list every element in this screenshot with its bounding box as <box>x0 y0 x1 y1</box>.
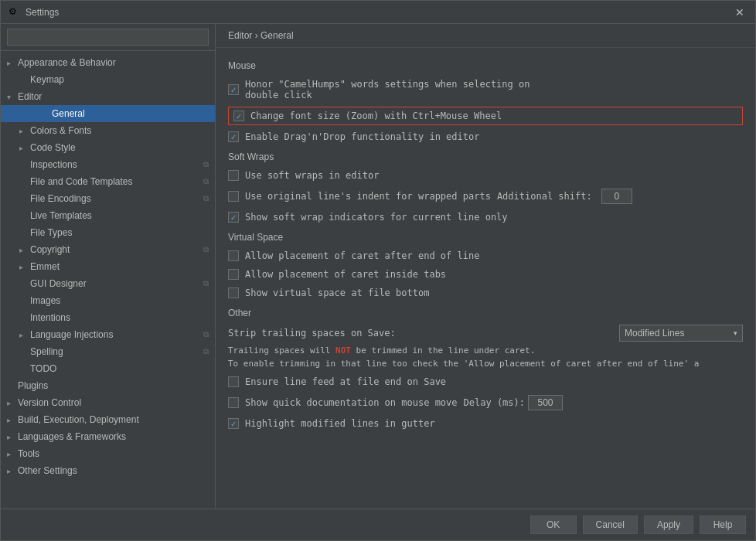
arrow-icon <box>19 127 27 135</box>
copy-icon: ⧉ <box>203 279 209 288</box>
delay-input[interactable] <box>528 395 563 410</box>
sidebar-item-copyright[interactable]: Copyright ⧉ <box>1 241 215 258</box>
sidebar-item-appearance[interactable]: Appearance & Behavior <box>1 54 215 71</box>
setting-text-use-soft-wraps: Use soft wraps in editor <box>245 170 379 181</box>
sidebar-item-spelling[interactable]: Spelling ⧉ <box>1 343 215 360</box>
checkbox-caret-eol[interactable] <box>228 250 239 261</box>
sidebar-item-colors-fonts[interactable]: Colors & Fonts <box>1 122 215 139</box>
settings-content: Mouse Honor "CamelHumps" words settings … <box>216 48 755 509</box>
soft-wraps-label: Soft Wraps <box>228 151 743 162</box>
sidebar-item-inspections[interactable]: Inspections ⧉ <box>1 156 215 173</box>
sidebar-item-plugins[interactable]: Plugins <box>1 377 215 394</box>
sidebar-item-label: Build, Execution, Deployment <box>18 414 139 425</box>
other-section-label: Other <box>228 308 743 318</box>
setting-text-highlight-modified: Highlight modified lines in gutter <box>245 418 435 429</box>
sidebar-item-label: Code Style <box>30 142 76 153</box>
tree-area: Appearance & Behavior Keymap Editor Gene… <box>1 51 215 509</box>
checkbox-font-zoom[interactable] <box>233 111 244 121</box>
copy-icon: ⧉ <box>203 194 209 203</box>
delay-label: Delay (ms): <box>464 397 525 408</box>
arrow-icon <box>19 144 27 152</box>
sidebar-item-general[interactable]: General <box>1 105 215 122</box>
sidebar-item-label: TODO <box>30 363 56 374</box>
sidebar-item-file-types[interactable]: File Types <box>1 224 215 241</box>
sidebar-item-label: Editor <box>18 91 42 102</box>
sidebar-item-label: Keymap <box>30 74 64 85</box>
sidebar-item-file-encodings[interactable]: File Encodings ⧉ <box>1 190 215 207</box>
sidebar-item-label: Inspections <box>30 159 77 170</box>
checkbox-original-indent[interactable] <box>228 191 239 202</box>
sidebar-item-editor[interactable]: Editor <box>1 88 215 105</box>
setting-row-original-indent: Use original line's indent for wrapped p… <box>228 187 743 206</box>
title-bar: ⚙ Settings ✕ <box>1 1 755 24</box>
apply-button[interactable]: Apply <box>644 515 693 534</box>
ok-button[interactable]: OK <box>530 515 577 534</box>
copy-icon: ⧉ <box>203 160 209 169</box>
checkbox-virtual-bottom[interactable] <box>228 288 239 298</box>
setting-row-virtual-bottom: Show virtual space at file bottom <box>228 286 743 300</box>
sidebar-item-label: Language Injections <box>30 329 113 340</box>
help-button[interactable]: Help <box>700 515 746 534</box>
setting-text-quick-doc: Show quick documentation on mouse move <box>245 397 458 408</box>
checkbox-caret-tabs[interactable] <box>228 269 239 280</box>
sidebar-item-label: Version Control <box>18 397 81 408</box>
sidebar-item-label: Live Templates <box>30 210 92 221</box>
sidebar-item-images[interactable]: Images <box>1 292 215 309</box>
setting-row-line-feed: Ensure line feed at file end on Save <box>228 375 743 389</box>
checkbox-use-soft-wraps[interactable] <box>228 170 239 181</box>
arrow-icon <box>7 467 15 475</box>
sidebar-item-label: Spelling <box>30 346 63 357</box>
sidebar-item-label: GUI Designer <box>30 278 87 289</box>
arrow-icon <box>19 246 27 254</box>
trailing-spaces-value: Modified Lines <box>625 328 684 339</box>
checkbox-line-feed[interactable] <box>228 376 239 387</box>
copy-icon: ⧉ <box>203 245 209 254</box>
setting-text-camel-humps: Honor "CamelHumps" words settings when s… <box>245 79 530 100</box>
arrow-icon <box>7 433 15 441</box>
trailing-spaces-dropdown[interactable]: Modified Lines ▾ <box>619 325 743 342</box>
checkbox-camel-humps[interactable] <box>228 84 239 95</box>
sidebar-item-label: Emmet <box>30 261 60 272</box>
additional-shift-input[interactable] <box>601 189 632 204</box>
breadcrumb: Editor › General <box>216 24 755 48</box>
checkbox-drag-drop[interactable] <box>228 131 239 142</box>
cancel-button[interactable]: Cancel <box>583 515 638 534</box>
sidebar-item-live-templates[interactable]: Live Templates <box>1 207 215 224</box>
sidebar-item-tools[interactable]: Tools <box>1 445 215 462</box>
sidebar-item-intentions[interactable]: Intentions <box>1 309 215 326</box>
virtual-space-label: Virtual Space <box>228 232 743 243</box>
sidebar-item-other-settings[interactable]: Other Settings <box>1 462 215 479</box>
copy-icon: ⧉ <box>203 347 209 356</box>
checkbox-show-indicators[interactable] <box>228 212 239 223</box>
setting-text-line-feed: Ensure line feed at file end on Save <box>245 376 446 387</box>
setting-row-show-indicators: Show soft wrap indicators for current li… <box>228 210 743 224</box>
sidebar-item-emmet[interactable]: Emmet <box>1 258 215 275</box>
sidebar-item-languages[interactable]: Languages & Frameworks <box>1 428 215 445</box>
arrow-icon <box>7 93 15 101</box>
search-box <box>1 24 215 51</box>
arrow-icon <box>19 263 27 271</box>
trailing-note2: To enable trimming in that line too chec… <box>228 359 699 369</box>
right-panel: Editor › General Mouse Honor "CamelHumps… <box>216 24 755 509</box>
sidebar-item-label: Colors & Fonts <box>30 125 91 136</box>
setting-row-drag-drop: Enable Drag'n'Drop functionality in edit… <box>228 130 743 144</box>
sidebar-item-version-control[interactable]: Version Control <box>1 394 215 411</box>
sidebar-item-file-code-templates[interactable]: File and Code Templates ⧉ <box>1 173 215 190</box>
sidebar-item-keymap[interactable]: Keymap <box>1 71 215 88</box>
sidebar-item-todo[interactable]: TODO <box>1 360 215 377</box>
checkbox-quick-doc[interactable] <box>228 397 239 408</box>
setting-text-virtual-bottom: Show virtual space at file bottom <box>245 288 429 298</box>
content-area: Appearance & Behavior Keymap Editor Gene… <box>1 24 755 509</box>
sidebar-item-code-style[interactable]: Code Style <box>1 139 215 156</box>
sidebar-item-build[interactable]: Build, Execution, Deployment <box>1 411 215 428</box>
sidebar-item-label: Other Settings <box>18 465 77 476</box>
search-input[interactable] <box>7 29 209 46</box>
close-button[interactable]: ✕ <box>732 5 747 19</box>
settings-dialog: ⚙ Settings ✕ Appearance & Behavior Keyma… <box>0 0 756 541</box>
checkbox-highlight-modified[interactable] <box>228 418 239 429</box>
sidebar-item-gui-designer[interactable]: GUI Designer ⧉ <box>1 275 215 292</box>
setting-row-caret-eol: Allow placement of caret after end of li… <box>228 249 743 263</box>
arrow-icon <box>7 416 15 424</box>
sidebar-item-language-injections[interactable]: Language Injections ⧉ <box>1 326 215 343</box>
setting-row-quick-doc: Show quick documentation on mouse move D… <box>228 393 743 412</box>
